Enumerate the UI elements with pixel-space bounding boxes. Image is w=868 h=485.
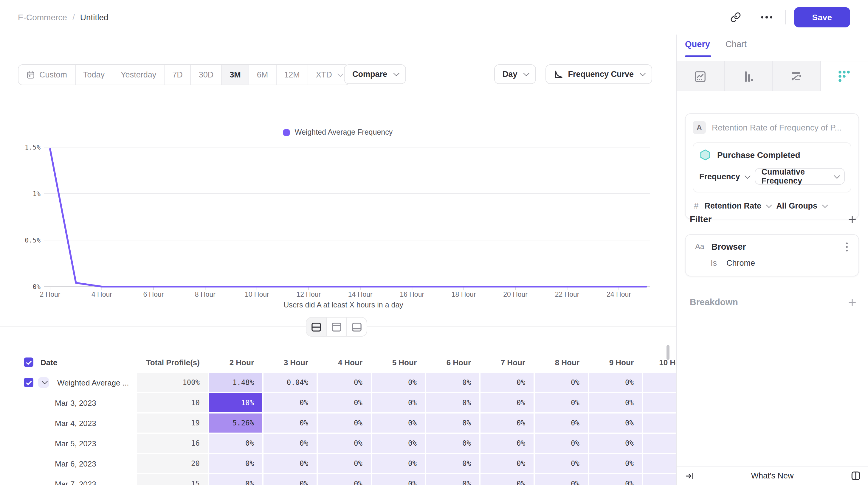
table-cell: 0% <box>372 454 425 473</box>
kebab-menu-icon[interactable] <box>842 242 851 251</box>
table-cell <box>643 474 676 485</box>
table-cell: 0% <box>480 454 533 473</box>
range-custom[interactable]: Custom <box>19 65 75 85</box>
table-cell <box>643 373 676 392</box>
table-cell: 1.48% <box>209 373 262 392</box>
granularity-button[interactable]: Day <box>494 64 536 84</box>
legend-swatch <box>283 129 290 135</box>
chart-type-frequency[interactable] <box>820 61 868 91</box>
table-cell: 0% <box>535 454 588 473</box>
tab-query[interactable]: Query <box>685 39 710 56</box>
table-row-label[interactable]: Weighted Average ... <box>0 373 136 392</box>
add-filter-button[interactable] <box>846 214 857 225</box>
series-title-input[interactable]: Retention Rate of Frequency of P... <box>712 123 841 132</box>
table-header-10-hour[interactable]: 10 Hour <box>643 353 676 372</box>
x-axis-label: 4 Hour <box>92 290 112 298</box>
table-cell: 10 <box>137 393 208 412</box>
panel-toggle-icon[interactable] <box>851 471 861 481</box>
table-header-4-hour[interactable]: 4 Hour <box>318 353 371 372</box>
table-cell: 0% <box>209 434 262 453</box>
table-cell: 0% <box>264 474 316 485</box>
layout-table-only-button[interactable] <box>347 318 367 336</box>
table-cell: 0% <box>535 474 588 485</box>
compare-button[interactable]: Compare <box>344 64 406 84</box>
table-cell: 0% <box>318 373 371 392</box>
range-6m[interactable]: 6M <box>249 65 277 85</box>
table-row-label[interactable]: Mar 6, 2023 <box>0 454 136 473</box>
table-cell: 0% <box>589 454 642 473</box>
table-header-9-hour[interactable]: 9 Hour <box>589 353 642 372</box>
table-cell: 0% <box>589 373 642 392</box>
save-button[interactable]: Save <box>794 7 850 27</box>
more-menu-button[interactable] <box>756 7 777 27</box>
table-header-2-hour[interactable]: 2 Hour <box>209 353 262 372</box>
table-header-3-hour[interactable]: 3 Hour <box>264 353 316 372</box>
table-header-7-hour[interactable]: 7 Hour <box>480 353 533 372</box>
range-3m[interactable]: 3M <box>222 65 249 85</box>
chart-type-bar[interactable] <box>724 61 773 91</box>
measure-dropdown[interactable]: Frequency <box>699 172 749 181</box>
range-today[interactable]: Today <box>75 65 113 85</box>
table-cell: 0% <box>264 393 316 412</box>
filter-value[interactable]: Chrome <box>726 259 755 267</box>
chart-legend[interactable]: Weighted Average Frequency <box>18 128 658 136</box>
series-line[interactable] <box>50 149 646 287</box>
chart-type-flow[interactable] <box>773 61 820 91</box>
table-row-label[interactable]: Mar 5, 2023 <box>0 434 136 453</box>
table-row-label[interactable]: Mar 4, 2023 <box>0 414 136 432</box>
table-row-label[interactable]: Mar 7, 2023 <box>0 474 136 485</box>
filter-card[interactable]: Aa Browser Is Chrome <box>685 234 859 277</box>
query-series-card[interactable]: A Retention Rate of Frequency of P... Pu… <box>685 113 859 219</box>
table-row-label[interactable]: Mar 3, 2023 <box>0 393 136 412</box>
measure-value-dropdown[interactable]: Cumulative Frequency <box>755 168 845 185</box>
chart-type-line[interactable] <box>677 61 724 91</box>
copy-link-button[interactable] <box>725 7 746 27</box>
row-checkbox[interactable] <box>24 378 33 387</box>
event-name[interactable]: Purchase Completed <box>717 150 800 160</box>
table-header-total-profile-s-[interactable]: Total Profile(s) <box>137 353 208 372</box>
table-header-5-hour[interactable]: 5 Hour <box>372 353 425 372</box>
line-chart-icon <box>694 70 707 83</box>
breadcrumb-project[interactable]: E-Commerce <box>18 12 67 22</box>
table-cell: 0% <box>318 434 371 453</box>
table-cell: 0% <box>535 414 588 432</box>
whats-new-link[interactable]: What's New <box>677 471 868 480</box>
query-sidebar: Query Chart <box>676 35 868 485</box>
range-30d[interactable]: 30D <box>191 65 222 85</box>
metric-dropdown[interactable]: Retention Rate <box>705 201 771 210</box>
select-all-checkbox[interactable] <box>24 357 33 367</box>
chart-style-button[interactable]: Frequency Curve <box>545 64 652 84</box>
table-header-6-hour[interactable]: 6 Hour <box>426 353 479 372</box>
table-only-icon <box>352 322 362 331</box>
expand-row-button[interactable] <box>38 377 49 388</box>
chevron-down-icon <box>523 70 529 76</box>
event-card[interactable]: Purchase Completed Frequency Cumulative … <box>693 142 851 192</box>
table-header-8-hour[interactable]: 8 Hour <box>535 353 588 372</box>
table-cell: 0% <box>264 454 316 473</box>
range-xtd[interactable]: XTD <box>308 65 349 85</box>
groups-dropdown[interactable]: All Groups <box>776 201 826 210</box>
tab-chart[interactable]: Chart <box>725 39 747 56</box>
filter-operator[interactable]: Is <box>711 259 717 267</box>
filter-property[interactable]: Browser <box>712 242 835 252</box>
layout-chart-only-button[interactable] <box>327 318 347 336</box>
frequency-curve-chart[interactable]: 0%0.5%1%1.5%2 Hour4 Hour6 Hour8 Hour10 H… <box>18 140 658 319</box>
range-7d[interactable]: 7D <box>164 65 191 85</box>
collapse-sidebar-icon[interactable] <box>685 471 694 481</box>
table-cell <box>643 454 676 473</box>
layout-split-view-button[interactable] <box>306 318 327 336</box>
filter-heading: Filter <box>690 214 712 224</box>
chevron-down-icon <box>640 70 646 76</box>
range-yesterday[interactable]: Yesterday <box>113 65 164 85</box>
page-title[interactable]: Untitled <box>80 12 108 22</box>
range-12m[interactable]: 12M <box>276 65 308 85</box>
table-cell: 0% <box>426 434 479 453</box>
x-axis-label: 12 Hour <box>296 290 321 298</box>
table-cell: 0% <box>535 373 588 392</box>
table-cell: 0% <box>480 373 533 392</box>
vertical-scrollbar[interactable] <box>666 345 670 360</box>
add-breakdown-button[interactable] <box>846 297 857 308</box>
table-cell: 0% <box>589 393 642 412</box>
active-tab-indicator <box>685 56 711 57</box>
table-cell: 0% <box>426 474 479 485</box>
